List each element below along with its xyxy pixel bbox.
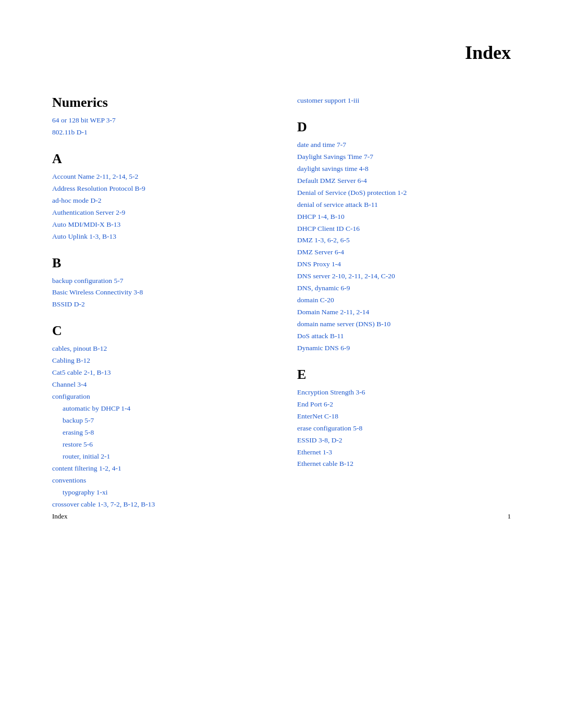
list-item[interactable]: typography 1-xi	[52, 487, 266, 499]
list-item[interactable]: End Port 6-2	[297, 399, 511, 411]
list-item[interactable]: 802.11b D-1	[52, 127, 266, 139]
footer: Index 1	[52, 512, 511, 521]
list-item[interactable]: 64 or 128 bit WEP 3-7	[52, 115, 266, 127]
list-item[interactable]: Daylight Savings Time 7-7	[297, 151, 511, 163]
list-item[interactable]: Default DMZ Server 6-4	[297, 175, 511, 187]
list-item[interactable]: backup 5-7	[52, 415, 266, 427]
list-item[interactable]: Domain Name 2-11, 2-14	[297, 306, 511, 318]
list-item[interactable]: erase configuration 5-8	[297, 423, 511, 435]
list-item[interactable]: Ethernet cable B-12	[297, 458, 511, 470]
list-item[interactable]: Authentication Server 2-9	[52, 207, 266, 219]
list-item[interactable]: conventions	[52, 475, 266, 487]
list-item[interactable]: ESSID 3-8, D-2	[297, 435, 511, 447]
page-title: Index	[52, 42, 511, 64]
list-item[interactable]: router, initial 2-1	[52, 451, 266, 463]
list-item[interactable]: DoS attack B-11	[297, 330, 511, 342]
list-item[interactable]: Address Resolution Protocol B-9	[52, 183, 266, 195]
list-item[interactable]: Auto Uplink 1-3, B-13	[52, 231, 266, 243]
right-column: customer support 1-iii D date and time 7…	[297, 95, 511, 510]
list-item[interactable]: Auto MDI/MDI-X B-13	[52, 219, 266, 231]
right-top-entry: customer support 1-iii	[297, 95, 511, 107]
content-columns: Numerics 64 or 128 bit WEP 3-7 802.11b D…	[52, 95, 511, 510]
list-item[interactable]: content filtering 1-2, 4-1	[52, 463, 266, 475]
list-item[interactable]: DMZ Server 6-4	[297, 246, 511, 258]
list-item[interactable]: BSSID D-2	[52, 299, 266, 311]
list-item[interactable]: DMZ 1-3, 6-2, 6-5	[297, 235, 511, 246]
list-item[interactable]: Basic Wireless Connectivity 3-8	[52, 287, 266, 299]
list-item[interactable]: backup configuration 5-7	[52, 275, 266, 287]
list-item[interactable]: DHCP 1-4, B-10	[297, 211, 511, 223]
list-item[interactable]: Dynamic DNS 6-9	[297, 342, 511, 354]
section-numerics-header: Numerics	[52, 95, 266, 110]
list-item[interactable]: domain name server (DNS) B-10	[297, 318, 511, 330]
list-item[interactable]: DNS server 2-10, 2-11, 2-14, C-20	[297, 270, 511, 282]
list-item[interactable]: date and time 7-7	[297, 139, 511, 151]
list-item[interactable]: crossover cable 1-3, 7-2, B-12, B-13	[52, 499, 266, 511]
list-item[interactable]: Channel 3-4	[52, 379, 266, 391]
list-item[interactable]: Cabling B-12	[52, 355, 266, 367]
list-item[interactable]: DNS, dynamic 6-9	[297, 282, 511, 294]
list-item[interactable]: daylight savings time 4-8	[297, 163, 511, 175]
section-c-header: C	[52, 323, 266, 339]
section-b-header: B	[52, 255, 266, 271]
list-item[interactable]: restore 5-6	[52, 439, 266, 451]
section-b-entries: backup configuration 5-7 Basic Wireless …	[52, 275, 266, 311]
list-item[interactable]: Cat5 cable 2-1, B-13	[52, 367, 266, 379]
list-item[interactable]: EnterNet C-18	[297, 411, 511, 423]
list-item[interactable]: ad-hoc mode D-2	[52, 195, 266, 207]
list-item[interactable]: Denial of Service (DoS) protection 1-2	[297, 187, 511, 199]
left-column: Numerics 64 or 128 bit WEP 3-7 802.11b D…	[52, 95, 266, 510]
list-item[interactable]: customer support 1-iii	[297, 95, 511, 107]
list-item[interactable]: erasing 5-8	[52, 427, 266, 439]
footer-right: 1	[508, 512, 511, 521]
list-item[interactable]: Encryption Strength 3-6	[297, 387, 511, 399]
section-numerics-entries: 64 or 128 bit WEP 3-7 802.11b D-1	[52, 115, 266, 139]
section-e-entries: Encryption Strength 3-6 End Port 6-2 Ent…	[297, 387, 511, 471]
list-item[interactable]: cables, pinout B-12	[52, 343, 266, 355]
section-e-header: E	[297, 367, 511, 382]
section-d-entries: date and time 7-7 Daylight Savings Time …	[297, 139, 511, 354]
list-item[interactable]: denial of service attack B-11	[297, 199, 511, 211]
page: Index Numerics 64 or 128 bit WEP 3-7 802…	[0, 0, 563, 541]
list-item[interactable]: Ethernet 1-3	[297, 447, 511, 459]
list-item[interactable]: automatic by DHCP 1-4	[52, 403, 266, 415]
section-a-entries: Account Name 2-11, 2-14, 5-2 Address Res…	[52, 171, 266, 243]
section-d-header: D	[297, 119, 511, 135]
list-item[interactable]: DNS Proxy 1-4	[297, 258, 511, 270]
list-item[interactable]: Account Name 2-11, 2-14, 5-2	[52, 171, 266, 183]
section-c-entries: cables, pinout B-12 Cabling B-12 Cat5 ca…	[52, 343, 266, 510]
list-item[interactable]: domain C-20	[297, 294, 511, 306]
section-a-header: A	[52, 151, 266, 167]
list-item[interactable]: DHCP Client ID C-16	[297, 223, 511, 235]
footer-left: Index	[52, 512, 68, 521]
list-item[interactable]: configuration	[52, 391, 266, 403]
